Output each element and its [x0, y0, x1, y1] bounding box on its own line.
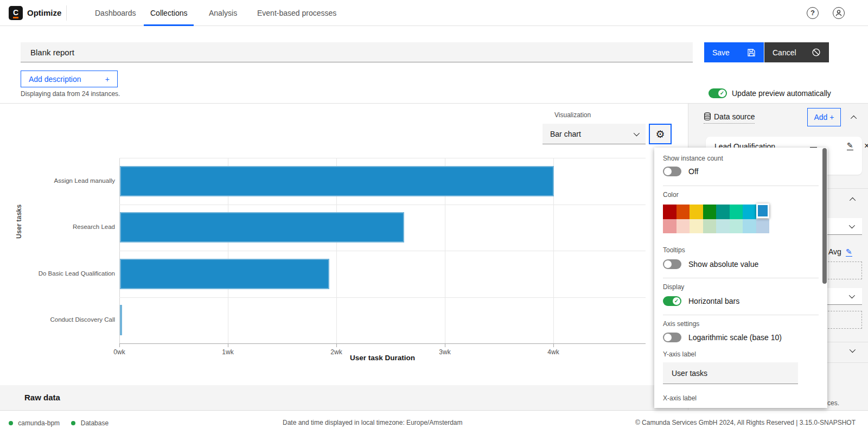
display-label: Display — [663, 283, 684, 291]
popover-divider — [663, 186, 819, 186]
color-swatch[interactable] — [663, 219, 676, 233]
visualization-label: Visualization — [554, 111, 591, 119]
y-axis-label: Y-axis label — [663, 350, 696, 358]
timezone-note: Date and time displayed in local timezon… — [283, 419, 463, 426]
chart-settings-gear-button[interactable]: ⚙ — [649, 124, 672, 144]
color-swatch[interactable] — [716, 205, 730, 219]
y-axis-title: User tasks — [15, 205, 23, 239]
axis-tick — [336, 344, 337, 347]
y-category-label: Do Basic Lead Qualification — [12, 270, 115, 277]
axis-settings-label: Axis settings — [663, 320, 699, 328]
edit-icon[interactable]: ✎ — [847, 142, 853, 150]
color-swatch[interactable] — [676, 205, 690, 219]
popover-divider — [663, 278, 819, 278]
color-swatch[interactable] — [676, 219, 690, 233]
tab-dashboards[interactable]: Dashboards — [95, 0, 136, 26]
database-status-dot — [71, 421, 75, 425]
axis-tick — [228, 344, 228, 347]
bar-2 — [120, 212, 404, 242]
absolute-value-toggle[interactable] — [663, 259, 681, 269]
color-swatch[interactable] — [756, 219, 770, 233]
camunda-logo: C — [9, 6, 23, 20]
tab-analysis[interactable]: Analysis — [209, 0, 237, 26]
logarithmic-scale-toggle[interactable] — [663, 333, 681, 342]
app-title: Optimize — [27, 8, 61, 17]
database-icon — [704, 112, 711, 121]
update-preview-toggle[interactable]: ✓ — [709, 88, 727, 98]
chevron-down-icon — [849, 292, 855, 298]
instances-note: Displaying data from 24 instances. — [21, 90, 120, 98]
bar-chart-plot: 0wk1wk2wk3wk4wkAssign Lead manuallyResea… — [119, 158, 646, 343]
gridline-horizontal — [119, 158, 646, 158]
app-header: C Optimize Dashboards Collections Analys… — [0, 0, 868, 26]
tab-collections[interactable]: Collections — [150, 0, 187, 26]
copyright: © Camunda Services GmbH 2024, All Rights… — [635, 419, 856, 426]
color-swatch[interactable] — [703, 205, 717, 219]
data-source-header: Data source — [704, 112, 755, 124]
user-icon[interactable] — [833, 7, 845, 19]
x-tick-label: 2wk — [324, 348, 348, 356]
save-button[interactable]: Save — [704, 42, 764, 62]
edit-aggregation-icon[interactable]: ✎ — [846, 247, 852, 257]
y-category-label: Research Lead — [12, 224, 115, 230]
x-tick-label: 4wk — [541, 348, 565, 356]
instance-count-value: Off — [688, 167, 698, 176]
aggregation-row: Avg✎ — [828, 247, 852, 256]
color-swatch[interactable] — [690, 205, 703, 219]
y-axis-input[interactable] — [663, 362, 798, 384]
expand-section-icon[interactable] — [850, 347, 856, 353]
chart-settings-popover: Show instance count Off Color Tooltips S… — [654, 148, 827, 408]
gridline-horizontal — [119, 297, 646, 298]
x-axis-label: X-axis label — [663, 394, 697, 402]
visualization-select[interactable]: Bar chart — [542, 124, 646, 144]
gridline-horizontal — [119, 251, 646, 251]
chevron-down-icon — [634, 130, 640, 136]
horizontal-bars-toggle[interactable]: ✓ — [663, 296, 681, 306]
status-footer: camunda-bpm Database Date and time displ… — [0, 410, 868, 434]
tab-event-based-processes[interactable]: Event-based processes — [257, 0, 336, 26]
collapse-view-section-icon[interactable] — [850, 197, 856, 203]
color-swatch[interactable] — [690, 219, 703, 233]
close-icon[interactable]: × — [864, 141, 868, 151]
update-preview-label: Update preview automatically — [732, 89, 831, 98]
popover-divider — [663, 315, 819, 315]
bar-3 — [120, 259, 329, 289]
color-swatch[interactable] — [743, 205, 756, 219]
popover-scrollbar[interactable] — [822, 148, 827, 284]
color-swatch[interactable] — [663, 205, 676, 219]
collapse-data-source-icon[interactable] — [851, 116, 857, 122]
color-swatch[interactable] — [730, 219, 743, 233]
add-data-source-button[interactable]: Add + — [807, 108, 841, 126]
chevron-down-icon — [849, 222, 855, 228]
plus-icon: + — [105, 75, 110, 84]
color-swatch[interactable] — [716, 219, 730, 233]
color-swatch[interactable] — [730, 205, 743, 219]
report-title-input[interactable] — [21, 42, 693, 62]
cancel-icon — [812, 48, 821, 57]
bar-1 — [120, 166, 554, 196]
gridline-horizontal — [119, 205, 646, 205]
absolute-value-label: Show absolute value — [688, 260, 758, 269]
color-swatch[interactable] — [703, 219, 717, 233]
axis-tick — [553, 344, 554, 347]
instance-count-label: Show instance count — [663, 155, 723, 162]
x-axis-line — [119, 343, 646, 344]
color-swatch[interactable] — [743, 219, 756, 233]
color-swatch[interactable] — [756, 203, 770, 218]
help-icon[interactable]: ? — [807, 7, 819, 19]
add-description-button[interactable]: Add description + — [21, 71, 118, 87]
save-icon — [747, 48, 756, 57]
y-category-label: Assign Lead manually — [12, 177, 115, 184]
cancel-button[interactable]: Cancel — [764, 42, 829, 62]
database-label: Database — [81, 419, 108, 427]
instance-count-toggle[interactable] — [663, 167, 681, 176]
color-palette — [663, 205, 769, 233]
x-tick-label: 3wk — [433, 348, 457, 356]
x-tick-label: 1wk — [216, 348, 240, 356]
logarithmic-scale-label: Logarithmic scale (base 10) — [688, 333, 782, 342]
x-axis-title: User task Duration — [119, 354, 646, 362]
axis-tick — [445, 344, 445, 347]
connection-status-dot — [9, 421, 13, 425]
header-divider — [66, 5, 67, 21]
horizontal-bars-label: Horizontal bars — [688, 297, 739, 305]
